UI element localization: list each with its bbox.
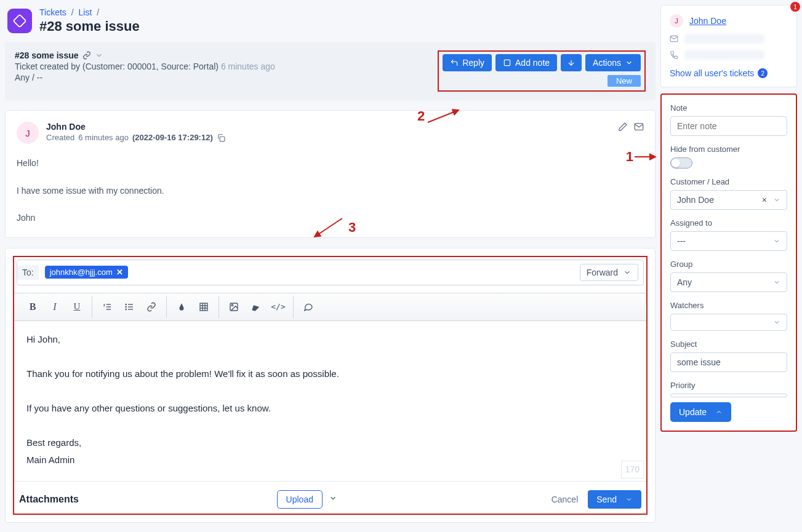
customer-card: 1 J John Doe Show all user's tickets 2 (660, 5, 797, 87)
chevron-down-icon (623, 268, 632, 277)
svg-point-22 (231, 304, 233, 306)
svg-rect-16 (200, 303, 207, 311)
hide-from-customer-toggle[interactable] (670, 157, 692, 169)
customer-lead-select[interactable]: John Doe × (670, 190, 787, 210)
message-time-ago: 6 minutes ago (78, 133, 129, 142)
to-label: To: (17, 265, 39, 280)
chevron-down-icon (625, 58, 633, 67)
actions-button[interactable]: Actions (585, 54, 641, 71)
ticket-time-ago: 6 minutes ago (221, 62, 275, 71)
annotation-box-1: Note Hide from customer Customer / Lead … (660, 93, 797, 432)
breadcrumb: Tickets / List / (39, 7, 140, 17)
copy-icon[interactable] (217, 133, 225, 142)
group-label: Group (670, 260, 787, 269)
table-button[interactable] (193, 296, 215, 318)
ordered-list-button[interactable] (96, 296, 118, 318)
link-button[interactable] (140, 296, 162, 318)
customer-lead-label: Customer / Lead (670, 177, 787, 186)
watchers-select[interactable] (670, 314, 787, 331)
cancel-button[interactable]: Cancel (551, 494, 579, 504)
avatar: J (670, 14, 683, 28)
chevron-down-icon (773, 319, 780, 326)
add-note-button[interactable]: Add note (495, 54, 557, 71)
chevron-down-icon (773, 196, 780, 204)
annotation-box-2: Reply Add note Actions New (438, 50, 646, 92)
priority-select[interactable] (670, 394, 787, 397)
ticket-summary-bar: #28 some issue Ticket created by (Custom… (5, 42, 656, 100)
remove-recipient-icon[interactable]: ✕ (116, 268, 123, 277)
attachments-label: Attachments (19, 494, 79, 505)
subject-label: Subject (670, 339, 787, 349)
recipient-row[interactable]: To: johnkhk@hjjj.com ✕ Forward (17, 260, 644, 285)
comment-button[interactable] (297, 296, 319, 318)
code-button[interactable]: </> (267, 296, 289, 318)
recipient-chip[interactable]: johnkhk@hjjj.com ✕ (45, 266, 128, 279)
message-line: I have some issue with my connection. (17, 183, 644, 199)
svg-rect-1 (504, 60, 510, 65)
char-count: 170 (621, 461, 644, 478)
color-button[interactable] (170, 296, 193, 318)
note-input[interactable] (670, 116, 787, 136)
group-select[interactable]: Any (670, 272, 787, 292)
clear-customer-icon[interactable]: × (760, 195, 769, 205)
assigned-to-select[interactable]: --- (670, 231, 787, 251)
new-badge: New (608, 75, 641, 87)
show-tickets-link[interactable]: Show all user's tickets 2 (670, 68, 788, 78)
note-label: Note (670, 103, 787, 113)
phone-icon (670, 50, 678, 59)
clear-format-button[interactable] (245, 296, 267, 318)
italic-button[interactable]: I (44, 296, 66, 318)
underline-button[interactable]: U (66, 296, 88, 318)
chevron-up-icon (715, 408, 723, 416)
note-icon (503, 58, 511, 67)
message-card: J John Doe Created 6 minutes ago (2022-0… (5, 110, 656, 238)
message-line: John (17, 210, 644, 226)
edit-icon[interactable] (618, 122, 628, 132)
breadcrumb-tickets[interactable]: Tickets (39, 7, 66, 17)
mail-icon (670, 34, 678, 43)
image-button[interactable] (223, 296, 245, 318)
app-icon[interactable] (7, 9, 32, 33)
mail-icon[interactable] (634, 122, 644, 132)
blurred-email (684, 34, 764, 44)
avatar: J (17, 122, 39, 144)
reply-button[interactable]: Reply (443, 54, 492, 71)
reply-editor[interactable]: Hi John, Thank you for notifying us abou… (14, 321, 646, 482)
blurred-phone (684, 50, 764, 60)
message-line: Hello! (17, 155, 644, 172)
message-timestamp: (2022-09-16 17:29:12) (132, 133, 213, 142)
customer-name-link[interactable]: John Doe (689, 16, 726, 26)
svg-rect-4 (220, 137, 225, 141)
tickets-count-badge: 2 (758, 68, 768, 78)
upload-options-button[interactable] (323, 490, 343, 508)
svg-point-15 (126, 309, 126, 309)
svg-point-13 (126, 304, 126, 304)
svg-rect-0 (14, 15, 26, 28)
ticket-status: Any / -- (15, 73, 275, 82)
message-author: John Doe (46, 122, 225, 132)
bold-button[interactable]: B (22, 296, 44, 318)
unordered-list-button[interactable] (118, 296, 140, 318)
assigned-to-label: Assigned to (670, 218, 787, 228)
link-icon[interactable] (82, 51, 91, 60)
priority-label: Priority (670, 381, 787, 390)
breadcrumb-list[interactable]: List (79, 7, 92, 17)
svg-point-14 (126, 306, 126, 307)
chevron-down-icon (773, 279, 780, 286)
chevron-down-icon (773, 237, 780, 245)
forward-button[interactable]: Forward (580, 264, 638, 281)
arrow-down-icon (567, 58, 575, 67)
chevron-down-icon (625, 496, 633, 503)
send-button[interactable]: Send (588, 490, 641, 509)
annotation-box-3: To: johnkhk@hjjj.com ✕ Forward B I U (13, 256, 648, 515)
editor-toolbar: B I U < (14, 293, 646, 321)
download-button[interactable] (561, 54, 582, 71)
subject-input[interactable] (670, 352, 787, 372)
page-header: Tickets / List / #28 some issue (5, 5, 656, 42)
update-button[interactable]: Update (670, 402, 731, 422)
reply-card: To: johnkhk@hjjj.com ✕ Forward B I U (5, 248, 656, 523)
notification-badge: 1 (790, 2, 800, 12)
upload-button[interactable]: Upload (277, 490, 323, 509)
chevron-down-icon[interactable] (95, 51, 103, 60)
watchers-label: Watchers (670, 301, 787, 310)
